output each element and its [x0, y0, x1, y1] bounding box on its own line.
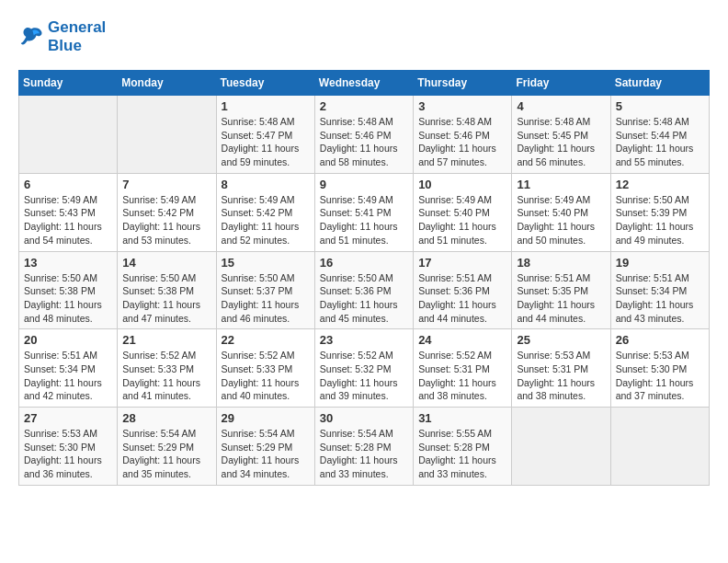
calendar-cell: 22Sunrise: 5:52 AM Sunset: 5:33 PM Dayli…: [216, 329, 314, 408]
day-number: 29: [222, 411, 310, 425]
day-number: 5: [616, 99, 704, 113]
calendar-cell: 4Sunrise: 5:48 AM Sunset: 5:45 PM Daylig…: [512, 96, 610, 174]
day-number: 25: [517, 333, 605, 347]
day-info: Sunrise: 5:52 AM Sunset: 5:31 PM Dayligh…: [418, 349, 506, 403]
calendar-cell: 10Sunrise: 5:49 AM Sunset: 5:40 PM Dayli…: [414, 173, 512, 251]
day-info: Sunrise: 5:48 AM Sunset: 5:45 PM Dayligh…: [517, 115, 605, 169]
day-info: Sunrise: 5:51 AM Sunset: 5:36 PM Dayligh…: [418, 271, 506, 326]
day-info: Sunrise: 5:49 AM Sunset: 5:42 PM Dayligh…: [122, 193, 210, 247]
day-number: 1: [222, 99, 310, 113]
day-number: 6: [24, 178, 112, 191]
calendar-cell: 25Sunrise: 5:53 AM Sunset: 5:31 PM Dayli…: [512, 329, 610, 408]
weekday-header: Wednesday: [314, 71, 413, 96]
calendar-cell: 30Sunrise: 5:54 AM Sunset: 5:28 PM Dayli…: [314, 408, 413, 486]
day-number: 19: [616, 256, 704, 270]
calendar-cell: 20Sunrise: 5:51 AM Sunset: 5:34 PM Dayli…: [19, 329, 118, 408]
day-number: 16: [320, 256, 408, 270]
day-info: Sunrise: 5:54 AM Sunset: 5:29 PM Dayligh…: [122, 427, 210, 481]
day-number: 18: [517, 256, 605, 270]
calendar-cell: [610, 408, 709, 486]
page-header: General Blue: [18, 18, 710, 55]
weekday-header: Thursday: [414, 71, 512, 96]
day-number: 13: [24, 256, 112, 270]
day-info: Sunrise: 5:55 AM Sunset: 5:28 PM Dayligh…: [418, 427, 506, 481]
calendar-cell: 12Sunrise: 5:50 AM Sunset: 5:39 PM Dayli…: [610, 173, 709, 251]
day-info: Sunrise: 5:48 AM Sunset: 5:47 PM Dayligh…: [222, 115, 310, 169]
day-info: Sunrise: 5:49 AM Sunset: 5:40 PM Dayligh…: [418, 193, 506, 247]
day-info: Sunrise: 5:52 AM Sunset: 5:33 PM Dayligh…: [222, 349, 310, 403]
day-number: 4: [517, 99, 605, 113]
calendar-cell: 17Sunrise: 5:51 AM Sunset: 5:36 PM Dayli…: [414, 251, 512, 329]
day-number: 27: [24, 411, 112, 425]
day-number: 14: [122, 256, 210, 270]
weekday-header: Tuesday: [216, 71, 314, 96]
day-number: 20: [24, 333, 112, 347]
weekday-header: Monday: [118, 71, 216, 96]
calendar-header: SundayMondayTuesdayWednesdayThursdayFrid…: [19, 71, 710, 96]
calendar-cell: 23Sunrise: 5:52 AM Sunset: 5:32 PM Dayli…: [314, 329, 413, 408]
day-info: Sunrise: 5:49 AM Sunset: 5:42 PM Dayligh…: [222, 193, 310, 247]
day-info: Sunrise: 5:50 AM Sunset: 5:36 PM Dayligh…: [320, 271, 408, 326]
day-info: Sunrise: 5:50 AM Sunset: 5:37 PM Dayligh…: [222, 271, 310, 326]
day-info: Sunrise: 5:49 AM Sunset: 5:40 PM Dayligh…: [517, 193, 605, 247]
weekday-header: Sunday: [19, 71, 118, 96]
weekday-header: Saturday: [610, 71, 709, 96]
day-number: 2: [320, 99, 408, 113]
calendar-week-row: 20Sunrise: 5:51 AM Sunset: 5:34 PM Dayli…: [19, 329, 710, 408]
day-number: 3: [418, 99, 506, 113]
calendar-cell: 6Sunrise: 5:49 AM Sunset: 5:43 PM Daylig…: [19, 173, 118, 251]
day-info: Sunrise: 5:51 AM Sunset: 5:35 PM Dayligh…: [517, 271, 605, 326]
calendar-cell: 3Sunrise: 5:48 AM Sunset: 5:46 PM Daylig…: [414, 96, 512, 174]
day-info: Sunrise: 5:50 AM Sunset: 5:38 PM Dayligh…: [24, 271, 112, 326]
day-info: Sunrise: 5:54 AM Sunset: 5:29 PM Dayligh…: [222, 427, 310, 481]
day-info: Sunrise: 5:51 AM Sunset: 5:34 PM Dayligh…: [616, 271, 704, 326]
calendar-cell: 26Sunrise: 5:53 AM Sunset: 5:30 PM Dayli…: [610, 329, 709, 408]
calendar-cell: 27Sunrise: 5:53 AM Sunset: 5:30 PM Dayli…: [19, 408, 118, 486]
calendar-cell: 29Sunrise: 5:54 AM Sunset: 5:29 PM Dayli…: [216, 408, 314, 486]
day-number: 10: [418, 178, 506, 191]
calendar-cell: 16Sunrise: 5:50 AM Sunset: 5:36 PM Dayli…: [314, 251, 413, 329]
calendar-cell: 24Sunrise: 5:52 AM Sunset: 5:31 PM Dayli…: [414, 329, 512, 408]
day-number: 31: [418, 411, 506, 425]
calendar-cell: 13Sunrise: 5:50 AM Sunset: 5:38 PM Dayli…: [19, 251, 118, 329]
day-info: Sunrise: 5:53 AM Sunset: 5:30 PM Dayligh…: [24, 427, 112, 481]
day-info: Sunrise: 5:49 AM Sunset: 5:41 PM Dayligh…: [320, 193, 408, 247]
logo-text: General Blue: [48, 18, 106, 55]
calendar-week-row: 13Sunrise: 5:50 AM Sunset: 5:38 PM Dayli…: [19, 251, 710, 329]
calendar-cell: [512, 408, 610, 486]
calendar-cell: 31Sunrise: 5:55 AM Sunset: 5:28 PM Dayli…: [414, 408, 512, 486]
calendar-cell: 11Sunrise: 5:49 AM Sunset: 5:40 PM Dayli…: [512, 173, 610, 251]
calendar-cell: 7Sunrise: 5:49 AM Sunset: 5:42 PM Daylig…: [118, 173, 216, 251]
day-number: 22: [222, 333, 310, 347]
day-info: Sunrise: 5:53 AM Sunset: 5:30 PM Dayligh…: [616, 349, 704, 403]
logo: General Blue: [18, 18, 106, 55]
calendar-cell: [118, 96, 216, 174]
calendar-cell: 21Sunrise: 5:52 AM Sunset: 5:33 PM Dayli…: [118, 329, 216, 408]
logo-icon: [18, 24, 44, 50]
calendar-cell: 9Sunrise: 5:49 AM Sunset: 5:41 PM Daylig…: [314, 173, 413, 251]
day-info: Sunrise: 5:48 AM Sunset: 5:44 PM Dayligh…: [616, 115, 704, 169]
calendar-cell: 15Sunrise: 5:50 AM Sunset: 5:37 PM Dayli…: [216, 251, 314, 329]
day-info: Sunrise: 5:52 AM Sunset: 5:33 PM Dayligh…: [122, 349, 210, 403]
calendar-table: SundayMondayTuesdayWednesdayThursdayFrid…: [18, 70, 710, 486]
day-info: Sunrise: 5:50 AM Sunset: 5:38 PM Dayligh…: [122, 271, 210, 326]
calendar-cell: 19Sunrise: 5:51 AM Sunset: 5:34 PM Dayli…: [610, 251, 709, 329]
calendar-cell: 18Sunrise: 5:51 AM Sunset: 5:35 PM Dayli…: [512, 251, 610, 329]
calendar-week-row: 27Sunrise: 5:53 AM Sunset: 5:30 PM Dayli…: [19, 408, 710, 486]
day-number: 11: [517, 178, 605, 191]
day-info: Sunrise: 5:49 AM Sunset: 5:43 PM Dayligh…: [24, 193, 112, 247]
calendar-cell: 5Sunrise: 5:48 AM Sunset: 5:44 PM Daylig…: [610, 96, 709, 174]
calendar-cell: 2Sunrise: 5:48 AM Sunset: 5:46 PM Daylig…: [314, 96, 413, 174]
day-number: 30: [320, 411, 408, 425]
calendar-cell: 14Sunrise: 5:50 AM Sunset: 5:38 PM Dayli…: [118, 251, 216, 329]
day-info: Sunrise: 5:51 AM Sunset: 5:34 PM Dayligh…: [24, 349, 112, 403]
day-number: 24: [418, 333, 506, 347]
day-number: 26: [616, 333, 704, 347]
day-info: Sunrise: 5:48 AM Sunset: 5:46 PM Dayligh…: [320, 115, 408, 169]
calendar-week-row: 1Sunrise: 5:48 AM Sunset: 5:47 PM Daylig…: [19, 96, 710, 174]
day-info: Sunrise: 5:54 AM Sunset: 5:28 PM Dayligh…: [320, 427, 408, 481]
day-number: 28: [122, 411, 210, 425]
day-number: 8: [222, 178, 310, 191]
day-number: 21: [122, 333, 210, 347]
calendar-body: 1Sunrise: 5:48 AM Sunset: 5:47 PM Daylig…: [19, 96, 710, 486]
